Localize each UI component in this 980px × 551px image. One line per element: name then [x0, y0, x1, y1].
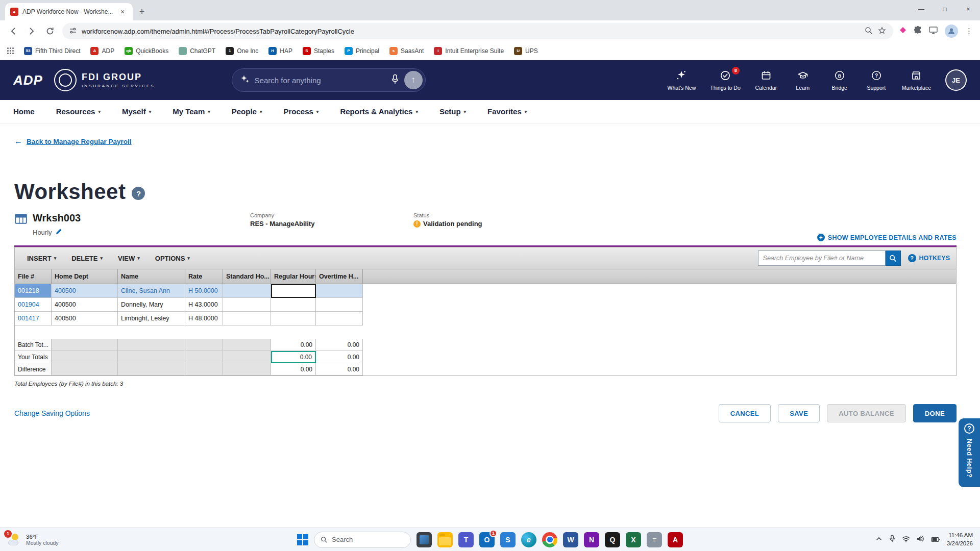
- taskbar-teams-icon[interactable]: T: [458, 532, 474, 547]
- column-header-name[interactable]: Name: [118, 269, 185, 284]
- cell-regular-hours[interactable]: [271, 298, 316, 312]
- insert-menu-button[interactable]: INSERT▾: [21, 252, 62, 265]
- bookmark-star-icon[interactable]: [878, 27, 886, 36]
- tray-wifi-icon[interactable]: [902, 535, 910, 544]
- cell-home-dept[interactable]: 400500: [52, 284, 118, 298]
- hotkeys-button[interactable]: ? HOTKEYS: [908, 254, 950, 262]
- delete-menu-button[interactable]: DELETE▾: [65, 252, 109, 265]
- bridge-button[interactable]: B Bridge: [828, 70, 851, 91]
- edit-pencil-icon[interactable]: [55, 228, 62, 237]
- tray-mic-icon[interactable]: [889, 535, 895, 544]
- extensions-puzzle-icon[interactable]: [914, 26, 922, 36]
- weather-widget[interactable]: 1 36°F Mostly cloudy: [7, 533, 59, 546]
- bookmark-principal[interactable]: PPrincipal: [345, 47, 379, 55]
- url-bar[interactable]: workforcenow.adp.com/theme/admin.html#/P…: [62, 23, 893, 39]
- taskbar-desktop-preview-icon[interactable]: [416, 532, 432, 547]
- taskbar-clock[interactable]: 11:46 AM 3/24/2026: [947, 532, 973, 547]
- apps-grid-icon[interactable]: [7, 47, 14, 54]
- tab-close-icon[interactable]: ×: [117, 7, 128, 17]
- taskbar-chrome-icon[interactable]: [542, 532, 557, 547]
- cell-standard-hours[interactable]: [223, 298, 271, 312]
- back-to-manage-payroll-link[interactable]: Back to Manage Regular Payroll: [27, 138, 132, 145]
- extension-pink-icon[interactable]: [899, 27, 906, 36]
- global-search-input[interactable]: [255, 76, 386, 85]
- taskbar-file-explorer-icon[interactable]: [437, 532, 453, 547]
- nav-process[interactable]: Process▾: [283, 107, 318, 116]
- taskbar-excel-icon[interactable]: X: [626, 532, 641, 547]
- nav-myself[interactable]: Myself▾: [122, 107, 151, 116]
- cancel-button[interactable]: CANCEL: [719, 404, 771, 422]
- bookmark-ups[interactable]: UUPS: [514, 47, 538, 55]
- cell-rate[interactable]: H 43.0000: [185, 298, 223, 312]
- done-button[interactable]: DONE: [913, 404, 957, 422]
- cell-standard-hours[interactable]: [223, 312, 271, 325]
- nav-people[interactable]: People▾: [232, 107, 262, 116]
- bookmark-adp[interactable]: AADP: [90, 47, 114, 55]
- cell-home-dept[interactable]: 400500: [52, 312, 118, 325]
- cell-file-number[interactable]: 001218: [15, 284, 52, 298]
- bookmark-chatgpt[interactable]: ChatGPT: [179, 47, 215, 55]
- column-header-rate[interactable]: Rate: [185, 269, 223, 284]
- cell-file-number[interactable]: 001417: [15, 312, 52, 325]
- search-submit-button[interactable]: ↑: [404, 71, 423, 89]
- window-minimize-button[interactable]: —: [910, 0, 933, 18]
- save-button[interactable]: SAVE: [778, 404, 820, 422]
- cell-overtime-hours[interactable]: [316, 284, 363, 298]
- taskbar-search-input[interactable]: [332, 536, 393, 543]
- taskbar-outlook-icon[interactable]: O1: [479, 532, 495, 547]
- taskbar-onenote-icon[interactable]: N: [584, 532, 599, 547]
- calendar-button[interactable]: Calendar: [755, 70, 777, 91]
- cell-rate[interactable]: H 50.0000: [185, 284, 223, 298]
- browser-menu-icon[interactable]: ⋮: [965, 27, 973, 36]
- cell-standard-hours[interactable]: [223, 284, 271, 298]
- user-avatar[interactable]: JE: [945, 69, 967, 91]
- nav-resources[interactable]: Resources▾: [56, 107, 101, 116]
- new-tab-button[interactable]: +: [137, 7, 147, 17]
- support-button[interactable]: ? Support: [865, 70, 888, 91]
- bookmark-intuit[interactable]: IIntuit Enterprise Suite: [434, 47, 504, 55]
- column-header-overtime-hours[interactable]: Overtime H...: [316, 269, 363, 284]
- nav-my-team[interactable]: My Team▾: [173, 107, 210, 116]
- window-maximize-button[interactable]: □: [933, 0, 957, 18]
- cell-name[interactable]: Donnelly, Mary: [118, 298, 185, 312]
- browser-tab[interactable]: A ADP Workforce Now - Workshe... ×: [5, 3, 133, 20]
- employee-row-selected[interactable]: 001218 400500 Cline, Susan Ann H 50.0000: [15, 284, 956, 298]
- browser-forward-icon[interactable]: [26, 25, 38, 37]
- marketplace-button[interactable]: Marketplace: [902, 70, 931, 91]
- taskbar-acrobat-icon[interactable]: A: [668, 532, 683, 547]
- employee-row[interactable]: 001417 400500 Limbright, Lesley H 48.000…: [15, 312, 956, 325]
- options-menu-button[interactable]: OPTIONS▾: [149, 252, 196, 265]
- taskbar-list-app-icon[interactable]: ≡: [647, 532, 662, 547]
- nav-favorites[interactable]: Favorites▾: [487, 107, 527, 116]
- cell-name[interactable]: Cline, Susan Ann: [118, 284, 185, 298]
- zoom-icon[interactable]: [865, 27, 873, 36]
- cell-overtime-hours[interactable]: [316, 312, 363, 325]
- nav-reports-analytics[interactable]: Reports & Analytics▾: [340, 107, 418, 116]
- help-icon[interactable]: ?: [132, 187, 145, 200]
- column-header-home-dept[interactable]: Home Dept: [52, 269, 118, 284]
- column-header-standard-hours[interactable]: Standard Ho...: [223, 269, 271, 284]
- column-header-regular-hours[interactable]: Regular Hours: [271, 269, 316, 284]
- browser-profile-avatar[interactable]: [945, 24, 958, 38]
- taskbar-edge-icon[interactable]: e: [521, 532, 536, 547]
- bookmark-quickbooks[interactable]: qbQuickBooks: [125, 47, 168, 55]
- nav-setup[interactable]: Setup▾: [439, 107, 466, 116]
- bookmark-staples[interactable]: SStaples: [303, 47, 334, 55]
- tray-volume-icon[interactable]: [917, 535, 924, 544]
- mic-icon[interactable]: [391, 74, 399, 86]
- browser-reload-icon[interactable]: [44, 25, 56, 37]
- taskbar-search[interactable]: [314, 532, 411, 548]
- window-close-button[interactable]: ×: [957, 0, 980, 18]
- url-text[interactable]: workforcenow.adp.com/theme/admin.html#/P…: [82, 28, 860, 35]
- learn-button[interactable]: Learn: [792, 70, 814, 91]
- site-settings-icon[interactable]: [69, 27, 77, 36]
- employee-search-input[interactable]: [758, 251, 886, 266]
- bookmark-saasant[interactable]: sSaasAnt: [389, 47, 424, 55]
- view-menu-button[interactable]: VIEW▾: [112, 252, 146, 265]
- browser-back-icon[interactable]: [7, 25, 19, 37]
- tray-battery-icon[interactable]: [931, 535, 940, 544]
- bookmark-fifth-third[interactable]: 53Fifth Third Direct: [24, 47, 80, 55]
- column-header-file[interactable]: File #: [15, 269, 52, 284]
- global-search[interactable]: ↑: [232, 68, 426, 92]
- browser-cast-icon[interactable]: [929, 27, 938, 36]
